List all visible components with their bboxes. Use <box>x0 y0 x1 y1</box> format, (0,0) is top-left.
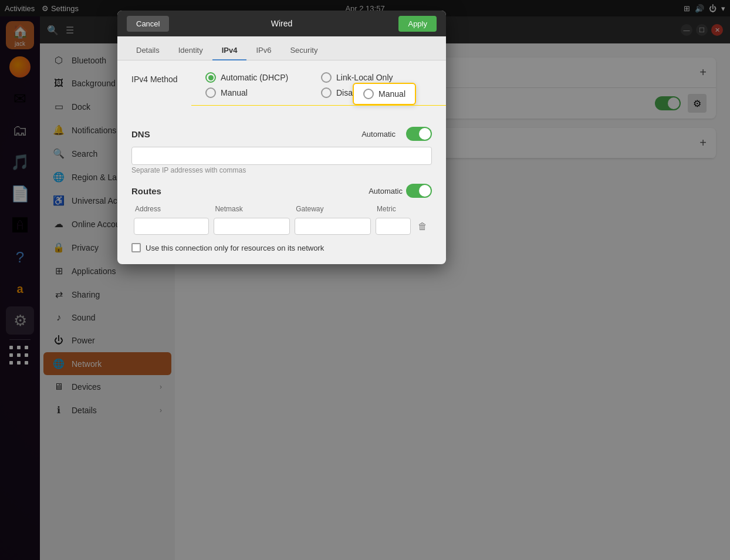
dialog-cancel-button[interactable]: Cancel <box>127 16 169 32</box>
tab-identity[interactable]: Identity <box>169 41 212 60</box>
radio-link-local-circle <box>321 72 332 83</box>
routes-section: Routes Automatic Address Netmask Gateway… <box>131 184 432 252</box>
dns-automatic-toggle[interactable] <box>406 127 432 141</box>
dialog-apply-button[interactable]: Apply <box>398 16 437 32</box>
dialog-titlebar: Cancel Wired Apply <box>117 11 446 36</box>
routes-row-1: 🗑 <box>131 217 432 236</box>
routes-metric-input[interactable] <box>376 218 411 235</box>
routes-col-metric: Metric <box>373 204 413 217</box>
manual-highlight-radio <box>363 89 374 99</box>
radio-automatic-circle <box>205 72 216 83</box>
tab-details[interactable]: Details <box>127 41 169 60</box>
radio-manual[interactable]: Manual Manual <box>205 87 316 98</box>
radio-manual-label: Manual <box>221 88 248 97</box>
routes-col-address: Address <box>131 204 211 217</box>
routes-gateway-input[interactable] <box>295 218 371 235</box>
spacer <box>131 174 432 184</box>
routes-table: Address Netmask Gateway Metric <box>131 204 432 236</box>
connection-only-checkbox[interactable] <box>131 243 141 252</box>
routes-address-input[interactable] <box>134 218 209 235</box>
radio-link-local-label: Link-Local Only <box>336 73 393 82</box>
radio-disable-circle <box>321 87 332 98</box>
routes-automatic-toggle[interactable] <box>406 184 432 198</box>
ipv4-method-label: IPv4 Method <box>131 72 196 84</box>
radio-link-local[interactable]: Link-Local Only <box>321 72 432 83</box>
radio-automatic-label: Automatic (DHCP) <box>221 73 288 82</box>
checkbox-label: Use this connection only for resources o… <box>146 244 324 252</box>
tab-security[interactable]: Security <box>280 41 327 60</box>
wired-dialog: Cancel Wired Apply Details Identity IPv4… <box>117 11 446 264</box>
dns-header-row: DNS Automatic <box>131 127 432 141</box>
manual-highlight-box: Manual <box>353 83 416 105</box>
dns-hint: Separate IP addresses with commas <box>131 166 432 174</box>
dialog-body: IPv4 Method Automatic (DHCP) Link-Local … <box>117 60 446 264</box>
dns-label: DNS <box>131 129 354 139</box>
routes-automatic-label: Automatic <box>369 187 403 195</box>
routes-delete-button[interactable]: 🗑 <box>415 219 430 234</box>
tab-ipv4[interactable]: IPv4 <box>212 41 247 60</box>
dialog-tabs: Details Identity IPv4 IPv6 Security <box>117 36 446 60</box>
routes-header: Routes Automatic <box>131 184 432 198</box>
dialog-overlay: Cancel Wired Apply Details Identity IPv4… <box>0 0 730 560</box>
checkbox-row: Use this connection only for resources o… <box>131 243 432 252</box>
dns-input[interactable] <box>131 147 432 165</box>
radio-automatic[interactable]: Automatic (DHCP) <box>205 72 316 83</box>
yellow-divider <box>191 105 446 106</box>
routes-col-gateway: Gateway <box>292 204 373 217</box>
radio-manual-circle <box>205 87 216 98</box>
manual-highlight-label: Manual <box>378 89 405 99</box>
dialog-title: Wired <box>271 19 293 28</box>
ipv4-method-controls: Automatic (DHCP) Link-Local Only Manual <box>205 72 432 115</box>
ipv4-radio-group: Automatic (DHCP) Link-Local Only Manual <box>205 72 432 98</box>
routes-col-netmask: Netmask <box>211 204 292 217</box>
tab-ipv6[interactable]: IPv6 <box>246 41 280 60</box>
ipv4-method-row: IPv4 Method Automatic (DHCP) Link-Local … <box>131 72 432 115</box>
routes-netmask-input[interactable] <box>214 218 290 235</box>
routes-label: Routes <box>131 186 369 196</box>
dns-automatic-label: Automatic <box>361 130 396 139</box>
dns-section: DNS Automatic Separate IP addresses with… <box>131 127 432 174</box>
